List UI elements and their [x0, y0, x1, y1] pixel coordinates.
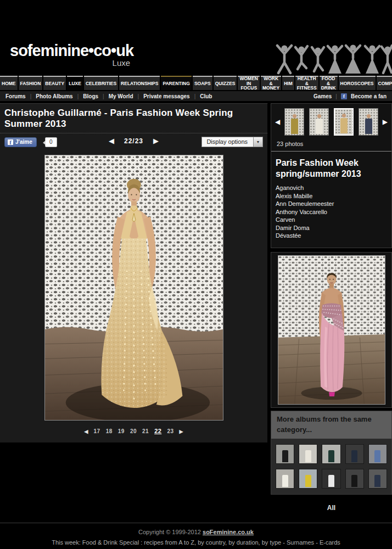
designer-link[interactable]: Carven — [276, 216, 387, 224]
nav-item[interactable]: HOME — [0, 76, 18, 90]
nav-item[interactable]: HEALTH & FITNESS — [295, 76, 318, 90]
facebook-icon: f — [341, 93, 347, 99]
carousel-thumbnail[interactable] — [359, 108, 378, 136]
album-figure-dress — [305, 475, 311, 487]
album-figure-dress — [328, 450, 334, 462]
nav-item[interactable]: FASHION — [19, 76, 43, 90]
nav-item[interactable]: WOMEN IN FOCUS — [238, 76, 260, 90]
prev-photo-arrow-icon[interactable]: ◀ — [109, 137, 114, 145]
separator: | — [335, 93, 337, 99]
carousel-thumbnail[interactable] — [334, 108, 354, 136]
page-footer: Copyright © 1999-2012 soFeminine.co.uk T… — [0, 523, 392, 549]
album-thumbnail[interactable] — [322, 444, 340, 464]
dropdown-arrow-icon[interactable]: ▼ — [253, 137, 262, 147]
sidebar-photo[interactable] — [271, 252, 392, 408]
prev-page-arrow-icon[interactable]: ◀ — [85, 429, 88, 434]
next-photo-arrow-icon[interactable]: ▶ — [153, 137, 159, 145]
copyright-line: Copyright © 1999-2012 soFeminine.co.uk — [0, 529, 392, 535]
subnav-item[interactable]: My World — [98, 93, 133, 99]
thumbnail-figure-dress — [365, 119, 372, 134]
games-link[interactable]: Games — [313, 93, 332, 99]
divider — [271, 151, 391, 152]
album-figure-dress — [374, 475, 380, 487]
album-thumbnail[interactable] — [276, 469, 294, 489]
carousel-thumbnail[interactable] — [284, 108, 304, 136]
nav-item[interactable]: SOAPS — [193, 76, 212, 90]
thumbnail-figure-dress — [291, 119, 298, 134]
designer-link[interactable]: Ann Demeulemeester — [276, 200, 387, 208]
nav-item[interactable]: QUIZZES — [214, 76, 237, 90]
nav-item[interactable]: LUXE — [67, 76, 83, 90]
copyright-text: Copyright © 1999-2012 — [138, 529, 203, 535]
album-figure-dress — [351, 450, 357, 462]
gallery-controls: f J'aime 0 ◀ 22/23 ▶ Display options ▼ — [0, 133, 267, 151]
designer-link[interactable]: Damir Doma — [276, 224, 387, 232]
page-number[interactable]: 21 — [142, 428, 149, 434]
nav-item[interactable]: HOROSCOPES — [339, 76, 376, 90]
album-figure-dress — [351, 475, 357, 487]
nav-item[interactable]: BEAUTY — [43, 76, 66, 90]
page-number[interactable]: 18 — [106, 428, 113, 434]
album-thumbnail[interactable] — [345, 444, 364, 464]
sidebar: ◀ — [271, 103, 392, 512]
designer-link[interactable]: Anthony Vaccarello — [276, 208, 387, 216]
nav-item[interactable]: HIM — [282, 76, 294, 90]
sofeminine-link[interactable]: soFeminine.co.uk — [203, 529, 254, 535]
subnav-item[interactable]: Forums — [5, 93, 26, 99]
album-thumbnail[interactable] — [322, 469, 340, 489]
carousel-next-arrow-icon[interactable]: ▶ — [382, 118, 388, 126]
album-thumbnail[interactable] — [299, 444, 317, 464]
designer-link[interactable]: Alexis Mabille — [276, 192, 387, 200]
page-number[interactable]: 20 — [130, 428, 137, 434]
main-photo[interactable] — [44, 155, 223, 421]
page-number[interactable]: 17 — [94, 428, 100, 434]
jumping-people-graphic — [276, 43, 392, 75]
album-thumbnail[interactable] — [345, 469, 364, 489]
gallery-title: Christophe Guillarmé - Paris Fashion Wee… — [0, 104, 267, 133]
thumbnail-figure-head — [317, 114, 321, 118]
album-carousel-box: ◀ — [271, 103, 392, 248]
album-figure-dress — [328, 475, 334, 487]
nav-item[interactable]: PARENTING — [161, 76, 191, 90]
subnav-item[interactable]: Blogs — [73, 93, 98, 99]
carousel-row: ◀ — [275, 108, 388, 136]
designer-link[interactable]: Aganovich — [276, 184, 387, 192]
thumbnail-figure-head — [342, 114, 346, 117]
thumbnail-figure-dress — [340, 118, 348, 133]
become-fan-link[interactable]: Become a fan — [351, 93, 387, 99]
photo-pager: ◀ 22/23 ▶ — [109, 137, 159, 145]
page-number[interactable]: 19 — [118, 428, 125, 434]
gallery-panel: Christophe Guillarmé - Paris Fashion Wee… — [0, 103, 267, 442]
subnav-item[interactable]: Photo Albums — [26, 93, 73, 99]
nav-item[interactable]: FOOD & DRINK — [320, 76, 338, 90]
designer-link[interactable]: Dévastée — [276, 232, 387, 240]
more-albums-heading: More albums from the same category... — [271, 411, 391, 439]
photo-pagination: ◀17181920212223▶ — [0, 421, 267, 442]
carousel-prev-arrow-icon[interactable]: ◀ — [275, 118, 281, 126]
next-page-arrow-icon[interactable]: ▶ — [180, 429, 183, 434]
page-number[interactable]: 23 — [167, 428, 173, 434]
subnav-item[interactable]: Private messages — [133, 93, 190, 99]
display-options-select[interactable]: Display options ▼ — [201, 137, 263, 147]
facebook-like-button[interactable]: f J'aime — [4, 137, 37, 147]
album-thumbnail[interactable] — [368, 444, 387, 464]
album-grid — [271, 439, 391, 494]
carousel-thumbnail[interactable] — [309, 108, 329, 136]
nav-item[interactable]: RELATIONSHIPS — [119, 76, 160, 90]
album-thumbnail[interactable] — [368, 469, 387, 489]
album-figure-dress — [374, 450, 380, 462]
subnav-right: Games | f Become a fan — [313, 93, 387, 99]
site-logo[interactable]: sofeminine•co•uk Luxe — [10, 42, 133, 68]
album-thumbnail[interactable] — [299, 469, 317, 489]
nav-item[interactable]: CELEBRITIES — [84, 76, 118, 90]
nav-item[interactable]: WORK & MONEY — [261, 76, 281, 90]
display-options-label: Display options — [202, 137, 253, 147]
subnav-item[interactable]: Club — [190, 93, 212, 99]
this-week-line[interactable]: This week: Food & Drink Special : recipe… — [0, 539, 392, 546]
page-number[interactable]: 22 — [154, 428, 161, 434]
album-thumbnail[interactable] — [276, 444, 294, 464]
nav-item[interactable]: COMPS — [377, 76, 392, 90]
all-albums-link[interactable]: All — [271, 504, 392, 512]
like-count-bubble: 0 — [45, 137, 57, 147]
content-area: Christophe Guillarmé - Paris Fashion Wee… — [0, 103, 392, 512]
